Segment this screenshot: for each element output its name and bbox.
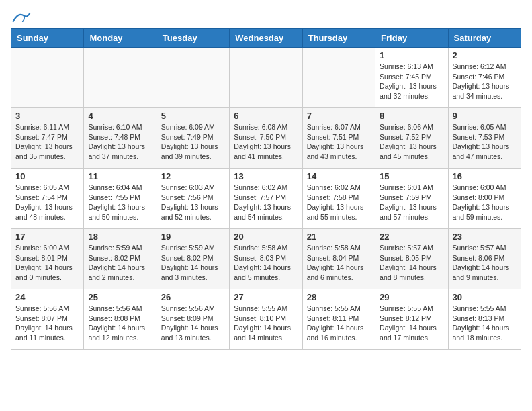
day-info: Sunrise: 6:02 AMSunset: 7:58 PMDaylight:… bbox=[307, 183, 371, 222]
calendar-day bbox=[302, 48, 375, 108]
calendar-day: 1Sunrise: 6:13 AMSunset: 7:45 PMDaylight… bbox=[375, 48, 448, 108]
day-info: Sunrise: 6:08 AMSunset: 7:50 PMDaylight:… bbox=[234, 122, 298, 162]
day-info: Sunrise: 6:06 AMSunset: 7:52 PMDaylight:… bbox=[380, 122, 443, 162]
calendar-day: 26Sunrise: 5:56 AMSunset: 8:09 PMDayligh… bbox=[157, 289, 229, 350]
day-info: Sunrise: 6:02 AMSunset: 7:57 PMDaylight:… bbox=[234, 183, 298, 222]
calendar-week-1: 1Sunrise: 6:13 AMSunset: 7:45 PMDaylight… bbox=[11, 48, 521, 108]
calendar-week-5: 24Sunrise: 5:56 AMSunset: 8:07 PMDayligh… bbox=[11, 289, 521, 350]
calendar-day: 24Sunrise: 5:56 AMSunset: 8:07 PMDayligh… bbox=[11, 289, 84, 350]
calendar-day: 17Sunrise: 6:00 AMSunset: 8:01 PMDayligh… bbox=[11, 229, 84, 289]
day-number: 13 bbox=[234, 171, 298, 181]
day-number: 2 bbox=[453, 50, 517, 60]
day-number: 17 bbox=[15, 232, 79, 242]
day-info: Sunrise: 6:05 AMSunset: 7:53 PMDaylight:… bbox=[453, 122, 517, 162]
calendar-day: 13Sunrise: 6:02 AMSunset: 7:57 PMDayligh… bbox=[230, 169, 302, 229]
day-info: Sunrise: 5:59 AMSunset: 8:02 PMDaylight:… bbox=[88, 243, 152, 283]
day-info: Sunrise: 5:55 AMSunset: 8:10 PMDaylight:… bbox=[234, 304, 298, 343]
day-info: Sunrise: 6:10 AMSunset: 7:48 PMDaylight:… bbox=[88, 122, 152, 162]
logo-bird-icon bbox=[12, 11, 31, 24]
calendar-day: 15Sunrise: 6:01 AMSunset: 7:59 PMDayligh… bbox=[375, 169, 448, 229]
calendar-day: 27Sunrise: 5:55 AMSunset: 8:10 PMDayligh… bbox=[230, 289, 302, 350]
day-info: Sunrise: 5:58 AMSunset: 8:04 PMDaylight:… bbox=[307, 243, 371, 283]
day-number: 29 bbox=[380, 292, 443, 302]
logo bbox=[11, 11, 31, 21]
day-info: Sunrise: 6:07 AMSunset: 7:51 PMDaylight:… bbox=[307, 122, 371, 162]
calendar-day: 8Sunrise: 6:06 AMSunset: 7:52 PMDaylight… bbox=[375, 108, 448, 169]
day-number: 20 bbox=[234, 232, 298, 242]
calendar-day bbox=[84, 48, 157, 108]
day-number: 15 bbox=[380, 171, 443, 181]
calendar-day: 6Sunrise: 6:08 AMSunset: 7:50 PMDaylight… bbox=[230, 108, 302, 169]
calendar-day: 7Sunrise: 6:07 AMSunset: 7:51 PMDaylight… bbox=[302, 108, 375, 169]
calendar-day bbox=[230, 48, 302, 108]
calendar-header-row: SundayMondayTuesdayWednesdayThursdayFrid… bbox=[11, 29, 521, 48]
day-number: 14 bbox=[307, 171, 371, 181]
calendar-body: 1Sunrise: 6:13 AMSunset: 7:45 PMDaylight… bbox=[11, 48, 521, 350]
day-number: 12 bbox=[161, 171, 225, 181]
calendar-day: 12Sunrise: 6:03 AMSunset: 7:56 PMDayligh… bbox=[157, 169, 229, 229]
weekday-header-monday: Monday bbox=[84, 29, 157, 48]
day-number: 5 bbox=[161, 111, 225, 121]
calendar-day bbox=[11, 48, 84, 108]
day-info: Sunrise: 6:01 AMSunset: 7:59 PMDaylight:… bbox=[380, 183, 443, 222]
day-number: 24 bbox=[15, 292, 79, 302]
weekday-header-tuesday: Tuesday bbox=[157, 29, 229, 48]
day-number: 1 bbox=[380, 50, 443, 60]
calendar-day: 28Sunrise: 5:55 AMSunset: 8:11 PMDayligh… bbox=[302, 289, 375, 350]
day-info: Sunrise: 6:09 AMSunset: 7:49 PMDaylight:… bbox=[161, 122, 225, 162]
calendar-day: 20Sunrise: 5:58 AMSunset: 8:03 PMDayligh… bbox=[230, 229, 302, 289]
day-number: 19 bbox=[161, 232, 225, 242]
day-number: 22 bbox=[380, 232, 443, 242]
day-number: 26 bbox=[161, 292, 225, 302]
calendar-day: 4Sunrise: 6:10 AMSunset: 7:48 PMDaylight… bbox=[84, 108, 157, 169]
calendar-day: 11Sunrise: 6:04 AMSunset: 7:55 PMDayligh… bbox=[84, 169, 157, 229]
day-info: Sunrise: 5:55 AMSunset: 8:11 PMDaylight:… bbox=[307, 304, 371, 343]
day-info: Sunrise: 5:58 AMSunset: 8:03 PMDaylight:… bbox=[234, 243, 298, 283]
day-number: 8 bbox=[380, 111, 443, 121]
day-number: 30 bbox=[453, 292, 517, 302]
day-number: 11 bbox=[88, 171, 152, 181]
day-info: Sunrise: 6:13 AMSunset: 7:45 PMDaylight:… bbox=[380, 62, 443, 101]
day-info: Sunrise: 5:56 AMSunset: 8:08 PMDaylight:… bbox=[88, 304, 152, 343]
day-number: 23 bbox=[453, 232, 517, 242]
day-info: Sunrise: 5:55 AMSunset: 8:13 PMDaylight:… bbox=[453, 304, 517, 343]
day-number: 21 bbox=[307, 232, 371, 242]
calendar-week-3: 10Sunrise: 6:05 AMSunset: 7:54 PMDayligh… bbox=[11, 169, 521, 229]
day-info: Sunrise: 5:57 AMSunset: 8:06 PMDaylight:… bbox=[453, 243, 517, 283]
day-number: 28 bbox=[307, 292, 371, 302]
day-number: 27 bbox=[234, 292, 298, 302]
calendar-day: 10Sunrise: 6:05 AMSunset: 7:54 PMDayligh… bbox=[11, 169, 84, 229]
day-number: 3 bbox=[15, 111, 79, 121]
day-info: Sunrise: 5:56 AMSunset: 8:09 PMDaylight:… bbox=[161, 304, 225, 343]
day-number: 6 bbox=[234, 111, 298, 121]
weekday-header-wednesday: Wednesday bbox=[230, 29, 302, 48]
calendar-day: 30Sunrise: 5:55 AMSunset: 8:13 PMDayligh… bbox=[448, 289, 521, 350]
weekday-header-saturday: Saturday bbox=[448, 29, 521, 48]
calendar-day: 25Sunrise: 5:56 AMSunset: 8:08 PMDayligh… bbox=[84, 289, 157, 350]
day-number: 10 bbox=[15, 171, 79, 181]
calendar-day: 14Sunrise: 6:02 AMSunset: 7:58 PMDayligh… bbox=[302, 169, 375, 229]
calendar-day: 3Sunrise: 6:11 AMSunset: 7:47 PMDaylight… bbox=[11, 108, 84, 169]
page-header bbox=[11, 11, 521, 21]
weekday-header-thursday: Thursday bbox=[302, 29, 375, 48]
calendar-day: 29Sunrise: 5:55 AMSunset: 8:12 PMDayligh… bbox=[375, 289, 448, 350]
day-number: 25 bbox=[88, 292, 152, 302]
calendar-day: 2Sunrise: 6:12 AMSunset: 7:46 PMDaylight… bbox=[448, 48, 521, 108]
day-info: Sunrise: 5:57 AMSunset: 8:05 PMDaylight:… bbox=[380, 243, 443, 283]
day-number: 9 bbox=[453, 111, 517, 121]
day-info: Sunrise: 5:55 AMSunset: 8:12 PMDaylight:… bbox=[380, 304, 443, 343]
day-number: 16 bbox=[453, 171, 517, 181]
day-number: 7 bbox=[307, 111, 371, 121]
weekday-header-friday: Friday bbox=[375, 29, 448, 48]
calendar-day bbox=[157, 48, 229, 108]
calendar-day: 16Sunrise: 6:00 AMSunset: 8:00 PMDayligh… bbox=[448, 169, 521, 229]
calendar-day: 19Sunrise: 5:59 AMSunset: 8:02 PMDayligh… bbox=[157, 229, 229, 289]
calendar-day: 21Sunrise: 5:58 AMSunset: 8:04 PMDayligh… bbox=[302, 229, 375, 289]
day-info: Sunrise: 5:56 AMSunset: 8:07 PMDaylight:… bbox=[15, 304, 79, 343]
calendar-day: 9Sunrise: 6:05 AMSunset: 7:53 PMDaylight… bbox=[448, 108, 521, 169]
calendar-week-4: 17Sunrise: 6:00 AMSunset: 8:01 PMDayligh… bbox=[11, 229, 521, 289]
day-info: Sunrise: 6:12 AMSunset: 7:46 PMDaylight:… bbox=[453, 62, 517, 101]
calendar-day: 23Sunrise: 5:57 AMSunset: 8:06 PMDayligh… bbox=[448, 229, 521, 289]
weekday-header-sunday: Sunday bbox=[11, 29, 84, 48]
day-number: 4 bbox=[88, 111, 152, 121]
